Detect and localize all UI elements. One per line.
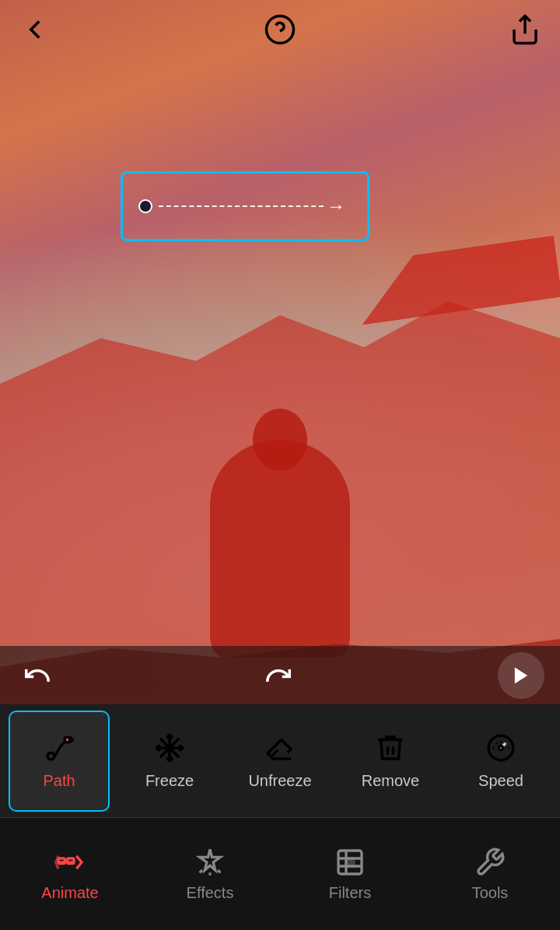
tool-path-label: Path — [43, 772, 75, 790]
tool-bar: Path Freeze Unfreeze Re — [0, 704, 560, 817]
tool-freeze[interactable]: Freeze — [119, 711, 220, 812]
controls-bar — [0, 646, 560, 704]
svg-marker-3 — [515, 667, 527, 683]
help-button[interactable] — [261, 10, 299, 49]
tool-unfreeze-label: Unfreeze — [248, 772, 311, 790]
play-button[interactable] — [498, 652, 544, 699]
tool-unfreeze[interactable]: Unfreeze — [229, 711, 331, 812]
nav-filters[interactable]: Filters — [288, 847, 412, 902]
undo-button[interactable] — [16, 654, 58, 697]
svg-rect-29 — [346, 858, 354, 866]
person-silhouette — [194, 393, 366, 658]
svg-point-4 — [47, 753, 54, 760]
share-button[interactable] — [506, 10, 544, 49]
tool-speed-label: Speed — [478, 772, 523, 790]
svg-line-26 — [218, 870, 220, 872]
path-arrow-icon: → — [327, 195, 345, 217]
nav-tools[interactable]: Tools — [428, 847, 552, 902]
back-button[interactable] — [16, 10, 54, 49]
nav-effects-label: Effects — [187, 884, 234, 902]
tool-remove-label: Remove — [362, 772, 419, 790]
nav-animate[interactable]: Animate — [8, 847, 132, 902]
path-dashes-line — [159, 205, 324, 207]
redo-button[interactable] — [257, 654, 299, 697]
path-dashes: → — [152, 195, 352, 217]
person-body — [210, 440, 350, 658]
nav-filters-label: Filters — [329, 884, 371, 902]
path-start-dot — [138, 199, 152, 213]
tool-remove[interactable]: Remove — [340, 711, 441, 812]
tool-speed[interactable]: Speed — [450, 711, 551, 812]
svg-line-27 — [200, 870, 202, 872]
tool-path[interactable]: Path — [9, 711, 110, 812]
nav-tools-label: Tools — [472, 884, 509, 902]
svg-point-5 — [65, 737, 70, 742]
tool-freeze-label: Freeze — [145, 772, 194, 790]
top-bar — [0, 0, 560, 58]
svg-point-20 — [499, 746, 502, 749]
path-direction-box[interactable]: → — [121, 171, 369, 241]
bottom-navigation: Animate Effects Filters Tools — [0, 817, 560, 930]
nav-effects[interactable]: Effects — [148, 847, 272, 902]
nav-animate-label: Animate — [41, 884, 98, 902]
canvas-area: → — [0, 0, 560, 704]
